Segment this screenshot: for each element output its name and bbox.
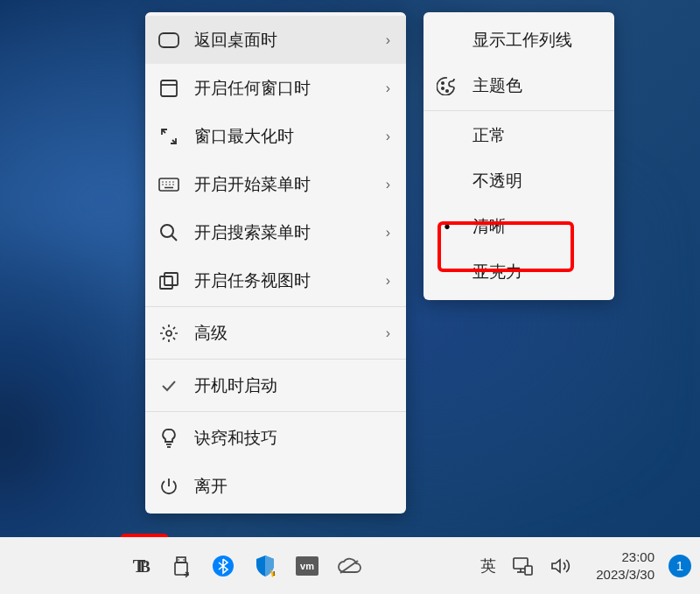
chevron-right-icon: ›	[386, 80, 390, 96]
chevron-right-icon: ›	[386, 129, 390, 144]
svg-point-6	[169, 181, 171, 183]
menu-label: 高级	[194, 322, 394, 345]
vm-icon[interactable]: vm	[295, 554, 319, 578]
svg-point-9	[165, 184, 167, 185]
menu-label: 开启任务视图时	[194, 269, 394, 292]
menu-open-task-view[interactable]: 开启任务视图时 ›	[145, 256, 406, 304]
task-view-icon	[158, 269, 180, 292]
menu-label: 开机时启动	[194, 374, 394, 397]
notification-badge[interactable]: 1	[668, 555, 691, 577]
sub-label: 正常	[472, 124, 506, 147]
svg-rect-0	[159, 33, 178, 47]
svg-point-21	[442, 87, 444, 89]
sub-label: 清晰	[472, 215, 506, 238]
sub-label: 亚克力	[472, 261, 522, 283]
svg-line-14	[172, 235, 178, 241]
menu-maximize-window[interactable]: 窗口最大化时 ›	[145, 112, 406, 160]
square-icon	[158, 77, 180, 100]
clock[interactable]: 23:00 2023/3/30	[596, 549, 654, 583]
sub-label: 主题色	[472, 74, 522, 97]
tray-icons-left: TB ! vm	[127, 554, 361, 578]
date-text: 2023/3/30	[596, 566, 654, 584]
tray-icons-right: 英 23:00 2023/3/30 1	[480, 549, 691, 583]
cloud-icon[interactable]	[337, 554, 361, 578]
svg-point-11	[172, 184, 174, 185]
sub-opaque[interactable]: 不透明	[424, 158, 614, 204]
menu-return-desktop[interactable]: 返回桌面时 ›	[145, 16, 406, 64]
svg-point-5	[165, 181, 167, 183]
svg-point-8	[162, 184, 164, 185]
svg-point-4	[162, 181, 164, 183]
menu-label: 诀窍和技巧	[194, 427, 394, 450]
usb-icon[interactable]	[169, 554, 193, 578]
palette-icon	[436, 74, 458, 97]
menu-label: 窗口最大化时	[194, 125, 394, 148]
check-icon	[158, 374, 180, 397]
bulb-icon	[158, 427, 180, 450]
svg-rect-35	[525, 566, 532, 575]
sub-label: 不透明	[472, 170, 522, 192]
svg-rect-15	[160, 276, 172, 289]
chevron-right-icon: ›	[386, 273, 390, 289]
menu-divider	[145, 411, 406, 412]
chevron-right-icon: ›	[386, 225, 390, 241]
svg-rect-16	[164, 273, 178, 285]
menu-label: 返回桌面时	[194, 29, 394, 52]
svg-text:!: !	[273, 570, 275, 577]
sub-label: 显示工作列线	[472, 29, 572, 52]
power-icon	[158, 475, 180, 498]
menu-divider	[145, 306, 406, 307]
sub-theme-color[interactable]: 主题色	[424, 63, 614, 108]
menu-open-any-window[interactable]: 开启任何窗口时 ›	[145, 64, 406, 112]
search-icon	[158, 221, 180, 244]
rounded-tab-icon	[158, 29, 180, 52]
bullet-icon: •	[436, 217, 458, 237]
chevron-right-icon: ›	[386, 32, 390, 48]
time-text: 23:00	[596, 549, 654, 566]
menu-open-search-menu[interactable]: 开启搜索菜单时 ›	[145, 208, 406, 256]
expand-icon	[158, 125, 180, 148]
ime-indicator[interactable]: 英	[480, 556, 496, 577]
menu-exit[interactable]: 离开	[145, 462, 406, 510]
menu-open-start-menu[interactable]: 开启开始菜单时 ›	[145, 160, 406, 208]
menu-label: 开启开始菜单时	[194, 173, 394, 196]
tb-app-icon[interactable]: TB	[127, 554, 151, 578]
svg-point-10	[169, 184, 171, 185]
svg-point-13	[161, 225, 173, 237]
menu-label: 开启任何窗口时	[194, 77, 394, 100]
desktop-submenu: 显示工作列线 主题色 正常 不透明 • 清晰 亚克力	[424, 12, 614, 300]
keyboard-icon	[158, 173, 180, 196]
blank-icon	[436, 29, 458, 52]
main-context-menu: 返回桌面时 › 开启任何窗口时 › 窗口最大化时 › 开启开始菜单时 › 开启搜…	[145, 12, 406, 514]
menu-tips[interactable]: 诀窍和技巧	[145, 414, 406, 462]
taskbar: TB ! vm 英 23:00 2023/3/30 1	[0, 537, 700, 594]
svg-rect-24	[175, 563, 187, 575]
menu-label: 开启搜索菜单时	[194, 221, 394, 244]
svg-point-7	[172, 181, 174, 183]
security-icon[interactable]: !	[253, 554, 277, 578]
chevron-right-icon: ›	[386, 177, 390, 192]
sub-normal[interactable]: 正常	[424, 113, 614, 158]
svg-point-17	[166, 331, 172, 336]
network-icon[interactable]	[510, 554, 535, 578]
menu-divider	[145, 359, 406, 360]
svg-line-31	[340, 561, 358, 573]
menu-divider	[424, 110, 614, 111]
bluetooth-icon[interactable]	[211, 554, 235, 578]
gear-icon	[158, 322, 180, 345]
sub-acrylic[interactable]: 亚克力	[424, 249, 614, 295]
svg-rect-1	[161, 80, 177, 96]
menu-label: 离开	[194, 475, 394, 498]
svg-text:vm: vm	[300, 561, 314, 571]
menu-startup[interactable]: 开机时启动	[145, 361, 406, 409]
sub-show-task-line[interactable]: 显示工作列线	[424, 17, 614, 63]
sub-clear[interactable]: • 清晰	[424, 204, 614, 249]
menu-advanced[interactable]: 高级 ›	[145, 309, 406, 357]
svg-point-20	[442, 82, 444, 84]
chevron-right-icon: ›	[386, 325, 390, 341]
svg-point-22	[446, 90, 448, 92]
volume-icon[interactable]	[549, 554, 573, 578]
